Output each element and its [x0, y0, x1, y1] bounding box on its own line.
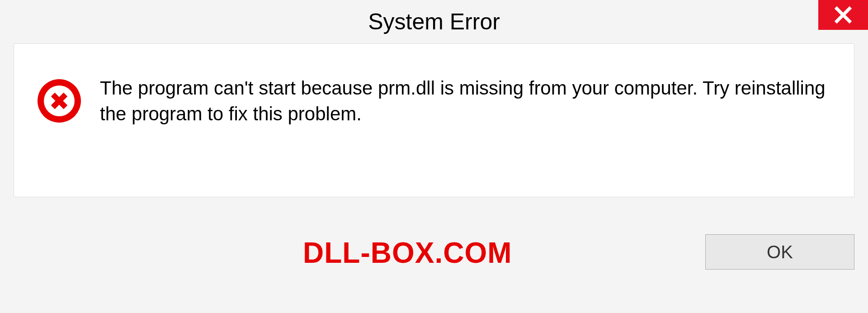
content-panel: The program can't start because prm.dll … [14, 43, 854, 197]
close-icon [834, 5, 853, 24]
footer: DLL-BOX.COM OK [14, 197, 854, 297]
error-icon [37, 78, 82, 123]
dialog-title: System Error [368, 9, 500, 35]
error-message: The program can't start because prm.dll … [100, 76, 827, 127]
close-button[interactable] [818, 0, 868, 30]
ok-button[interactable]: OK [705, 234, 854, 270]
titlebar: System Error [0, 0, 868, 43]
watermark-text: DLL-BOX.COM [303, 236, 512, 270]
